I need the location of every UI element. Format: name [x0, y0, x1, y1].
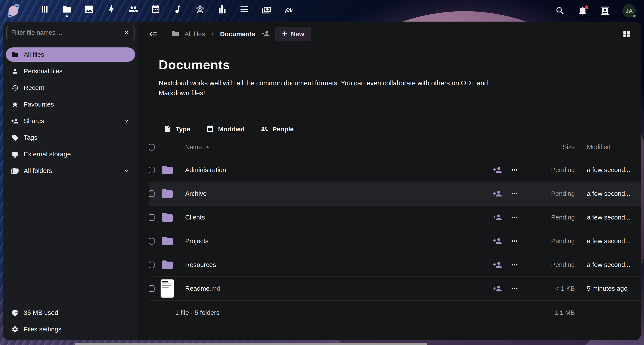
top-bar: C JA: [0, 0, 644, 22]
row-checkbox[interactable]: [149, 261, 154, 268]
sidebar-item-shares[interactable]: Shares: [6, 114, 135, 128]
actions-menu-icon[interactable]: [510, 237, 519, 245]
table-row[interactable]: Clients Pending a few second...: [149, 206, 641, 229]
row-checkbox[interactable]: [149, 238, 154, 244]
filter-chips: Type Modified People: [164, 125, 641, 133]
folder-multiple-icon: [12, 167, 18, 174]
file-name[interactable]: Archive: [185, 190, 493, 197]
file-size: Pending: [525, 261, 575, 268]
new-button-label: New: [291, 31, 304, 38]
sidebar-item-external-storage[interactable]: External storage: [6, 147, 135, 161]
breadcrumb-root[interactable]: All files: [184, 31, 205, 38]
column-header-modified[interactable]: Modified: [587, 144, 632, 151]
folder-icon: [161, 235, 174, 247]
contacts-menu-icon[interactable]: [600, 6, 610, 16]
sidebar-item-favourites[interactable]: Favourites: [6, 97, 135, 112]
table-row[interactable]: Administration Pending a few second...: [149, 158, 641, 182]
column-header-name[interactable]: Name: [185, 144, 519, 151]
row-actions: [493, 284, 519, 293]
activity-icon[interactable]: [106, 4, 116, 17]
actions-menu-icon[interactable]: [510, 213, 519, 221]
photos-icon[interactable]: [84, 4, 94, 17]
files-sidebar: All files Personal files Recent Favourit…: [3, 22, 138, 340]
new-button[interactable]: + New: [274, 27, 312, 41]
share-icon[interactable]: [493, 213, 502, 222]
filter-chip-people[interactable]: People: [260, 125, 294, 133]
share-icon[interactable]: [493, 260, 502, 269]
notification-badge: [585, 6, 588, 9]
account-icon: [12, 68, 18, 75]
filter-box: [6, 26, 134, 39]
file-name[interactable]: Administration: [185, 166, 493, 174]
plus-icon: +: [282, 29, 287, 38]
share-icon[interactable]: [493, 284, 502, 293]
filter-chip-label: People: [272, 126, 294, 133]
row-actions: [493, 166, 519, 174]
tasks-icon[interactable]: [240, 4, 249, 17]
sidebar-item-all-folders[interactable]: All folders: [6, 164, 135, 178]
filter-input[interactable]: [11, 29, 123, 36]
row-checkbox[interactable]: [149, 167, 154, 173]
analytics-icon[interactable]: [217, 4, 227, 17]
clear-filter-icon[interactable]: [123, 29, 130, 36]
row-checkbox[interactable]: [149, 285, 154, 292]
files-icon[interactable]: [62, 4, 72, 17]
star-icon: [12, 101, 18, 108]
storage-usage[interactable]: 35 MB used: [6, 305, 135, 320]
share-icon[interactable]: [493, 166, 502, 174]
notifications-bell-icon[interactable]: [578, 6, 588, 16]
user-avatar[interactable]: JA: [622, 4, 636, 18]
signature-icon[interactable]: [284, 4, 294, 17]
share-folder-icon[interactable]: [262, 30, 270, 39]
contacts-icon[interactable]: [128, 4, 138, 17]
share-icon[interactable]: [493, 237, 502, 245]
files-settings-label: Files settings: [24, 325, 62, 333]
folder-icon: [161, 211, 174, 224]
file-size: Pending: [525, 190, 575, 197]
file-rows: Administration Pending a few second... A…: [149, 158, 641, 300]
share-icon[interactable]: [493, 189, 502, 198]
row-checkbox[interactable]: [149, 190, 154, 197]
file-type-icon: [160, 187, 174, 200]
nextcloud-files-app: All files Personal files Recent Favourit…: [3, 22, 641, 340]
table-row[interactable]: Readme.md < 1 KB 5 minutes ago: [149, 277, 641, 300]
search-icon[interactable]: [555, 6, 565, 16]
select-all-checkbox[interactable]: [149, 144, 154, 151]
table-row[interactable]: Archive Pending a few second...: [149, 182, 641, 206]
sidebar-item-all-files[interactable]: All files: [6, 48, 135, 62]
actions-menu-icon[interactable]: [510, 166, 519, 174]
sidebar-item-recent[interactable]: Recent: [6, 81, 135, 95]
calendar-icon[interactable]: [151, 4, 160, 17]
file-size: Pending: [525, 214, 575, 221]
file-name[interactable]: Resources: [185, 261, 493, 268]
file-name[interactable]: Readme.md: [185, 285, 493, 292]
recommendations-icon[interactable]: C: [195, 4, 205, 17]
filter-chip-modified[interactable]: Modified: [206, 125, 245, 133]
sidebar-item-tags[interactable]: Tags: [6, 130, 135, 145]
music-icon[interactable]: [173, 4, 183, 17]
chevron-down-icon[interactable]: [123, 168, 130, 174]
chevron-down-icon[interactable]: [123, 118, 130, 124]
dashboard-icon[interactable]: [40, 4, 50, 17]
column-header-size[interactable]: Size: [525, 144, 575, 151]
breadcrumb-folder-icon[interactable]: [172, 30, 179, 38]
sidebar-item-personal-files[interactable]: Personal files: [6, 64, 135, 78]
table-row[interactable]: Resources Pending a few second...: [149, 253, 641, 277]
money-icon[interactable]: [262, 4, 272, 17]
actions-menu-icon[interactable]: [510, 284, 519, 293]
file-preview-thumbnail: [160, 279, 174, 297]
file-name[interactable]: Clients: [185, 214, 493, 221]
filter-chip-type[interactable]: Type: [164, 125, 190, 133]
table-row[interactable]: Projects Pending a few second...: [149, 229, 641, 253]
actions-menu-icon[interactable]: [510, 261, 519, 269]
file-modified: 5 minutes ago: [587, 285, 632, 292]
row-checkbox[interactable]: [149, 214, 154, 221]
storage-usage-label: 35 MB used: [24, 309, 58, 316]
files-settings[interactable]: Files settings: [6, 322, 135, 336]
file-name[interactable]: Projects: [185, 237, 493, 245]
content-body: Documents Nextcloud works well with all …: [138, 47, 641, 340]
grid-view-toggle-icon[interactable]: [622, 29, 631, 39]
folder-network-icon: [12, 151, 18, 158]
collapse-sidebar-icon[interactable]: [149, 30, 158, 39]
actions-menu-icon[interactable]: [510, 190, 519, 198]
